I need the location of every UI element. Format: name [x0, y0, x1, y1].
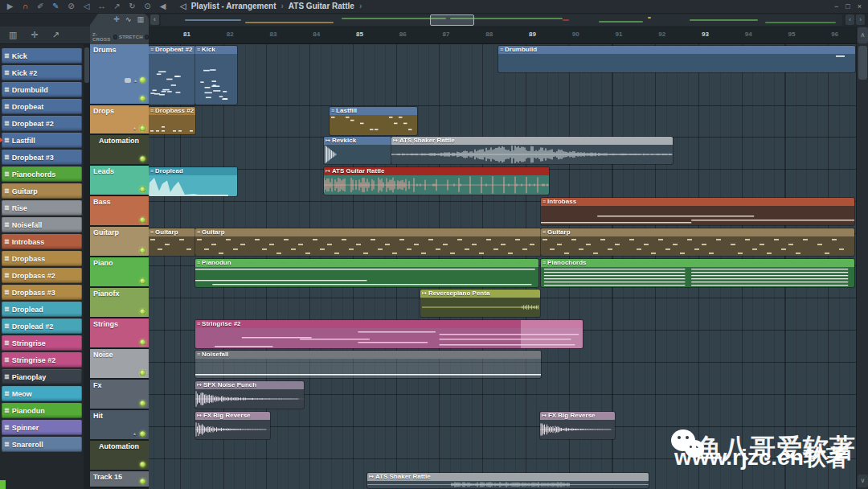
maximize-button[interactable]: □: [845, 0, 850, 13]
track-enable-led[interactable]: [140, 77, 145, 83]
playlist-grid[interactable]: ≡Dropbeat #2≡Kick≡Drumbuild≡Dropbass #2≡…: [149, 44, 856, 489]
track-enable-led[interactable]: [140, 187, 145, 192]
clip-droplead[interactable]: ≡Droplead: [149, 167, 237, 196]
track-header-strings[interactable]: Strings: [90, 318, 149, 349]
minimap-scroll-right[interactable]: ›: [856, 14, 865, 25]
clip-header[interactable]: ↦FX Big Reverse: [540, 412, 615, 420]
snap-magnet-icon[interactable]: ∩: [21, 0, 30, 13]
clip-header[interactable]: ≡Lastfill: [330, 107, 417, 115]
scroll-up-button[interactable]: ∧: [858, 27, 868, 43]
wave-slide-icon[interactable]: ∿: [125, 15, 132, 23]
track-enable-led[interactable]: [140, 309, 145, 314]
clip-header[interactable]: ≡Drumbuild: [498, 46, 855, 54]
clip-lastfill[interactable]: ≡Lastfill: [330, 107, 417, 135]
sidebar-item-stringrise-2[interactable]: ≣Stringrise #2: [2, 352, 82, 368]
clip-header[interactable]: ↦Revkick: [324, 137, 391, 145]
zcross-toggle[interactable]: [113, 35, 117, 39]
clip-guitarp[interactable]: ≡Guitarp: [149, 228, 195, 256]
track-header-fx[interactable]: Fx: [90, 380, 149, 410]
track-header-track-15[interactable]: Track 15: [90, 471, 149, 488]
sidebar-item-rise[interactable]: ≣Rise: [2, 200, 82, 216]
stretch-toggle[interactable]: [145, 35, 149, 39]
sidebar-item-droplead[interactable]: ≣Droplead: [2, 302, 82, 317]
track-header-bass[interactable]: Bass: [90, 196, 149, 227]
clip-fx-big-reverse[interactable]: ↦FX Big Reverse: [540, 412, 615, 439]
track-enable-led[interactable]: [140, 462, 145, 467]
track-icon[interactable]: [125, 78, 131, 83]
clip-header[interactable]: ≡Pianodun: [195, 259, 538, 267]
clip-dropbass-2[interactable]: ≡Dropbass #2: [149, 107, 195, 134]
sidebar-item-kick-2[interactable]: ≣Kick #2: [2, 65, 82, 80]
clip-reversepiano-penta[interactable]: ↦Reversepiano Penta: [420, 290, 540, 317]
track-header-drops[interactable]: Drops▲: [90, 105, 149, 135]
sidebar-item-dropbeat-2[interactable]: ≣Dropbeat #2: [2, 116, 82, 131]
track-enable-led[interactable]: [140, 431, 145, 437]
slide-tool-icon[interactable]: ↗: [113, 0, 121, 13]
minimize-button[interactable]: −: [834, 0, 838, 13]
sidebar-item-pianodun[interactable]: ≣Pianodun: [2, 403, 82, 418]
clip-guitarp[interactable]: ≡Guitarp: [541, 228, 854, 256]
move-tool-icon[interactable]: ✛: [31, 30, 38, 40]
vertical-scroll-thumb[interactable]: [858, 46, 867, 80]
sidebar-item-stringrise[interactable]: ≣Stringrise: [2, 335, 82, 351]
clip-header[interactable]: ≡Noisefall: [195, 351, 541, 359]
clip-header[interactable]: ↦Reversepiano Penta: [420, 290, 540, 298]
clip-sfx-noise-punch[interactable]: ↦SFX Noise Punch: [195, 381, 304, 409]
clip-header[interactable]: ↦ATS Shaker Rattle: [367, 473, 649, 481]
scroll-down-button[interactable]: ∨: [858, 475, 868, 487]
track-header-noise[interactable]: Noise: [90, 349, 149, 380]
sidebar-item-dropbass-2[interactable]: ≣Dropbass #2: [2, 268, 82, 283]
track-header-hit[interactable]: Hit▲: [90, 410, 149, 441]
track-enable-led[interactable]: [140, 125, 145, 131]
mute-tool-icon[interactable]: ◁: [82, 0, 91, 13]
track-header-leads[interactable]: Leads: [90, 166, 149, 196]
playback-marker-icon[interactable]: ↔: [97, 0, 106, 13]
track-enable-led[interactable]: [140, 156, 145, 162]
track-expand-icon[interactable]: ▲: [133, 78, 137, 83]
minimap-scroll-left[interactable]: ‹: [845, 14, 854, 25]
track-expand-icon[interactable]: ▲: [133, 125, 137, 130]
track-header-guitarp[interactable]: Guitarp: [90, 227, 149, 257]
clip-stringrise-2[interactable]: ≡Stringrise #2: [195, 320, 583, 348]
no-snap-icon[interactable]: ⊘: [67, 0, 76, 13]
track-enable-led[interactable]: [140, 278, 145, 284]
clip-header[interactable]: ≡Dropbass #2: [149, 107, 195, 115]
close-button[interactable]: ×: [858, 0, 862, 13]
track-header-automation[interactable]: Automation: [90, 441, 149, 471]
clip-header[interactable]: ≡Guitarp: [541, 228, 854, 236]
clip-revkick[interactable]: ↦Revkick: [324, 137, 391, 164]
clip-dropbeat-2[interactable]: ≡Dropbeat #2: [149, 46, 195, 105]
track-enable-led[interactable]: [140, 339, 145, 345]
sidebar-item-snareroll[interactable]: ≣Snareroll: [2, 437, 82, 452]
sidebar-item-pianoplay[interactable]: ≣Pianoplay: [2, 369, 82, 384]
clip-introbass[interactable]: ≡Introbass: [541, 198, 854, 225]
minimap-back-button[interactable]: ‹: [150, 14, 159, 25]
clip-noisefall[interactable]: ≡Noisefall: [195, 351, 541, 378]
piano-preview-icon[interactable]: ▥: [137, 15, 144, 23]
track-enable-led[interactable]: [140, 248, 145, 253]
track-header-piano[interactable]: Piano: [90, 257, 149, 288]
sidebar-item-spinner[interactable]: ≣Spinner: [2, 420, 82, 435]
track-header-drums[interactable]: Drums▲: [90, 44, 149, 105]
arrangement-minimap[interactable]: [161, 14, 842, 26]
clip-fx-big-reverse[interactable]: ↦FX Big Reverse: [195, 412, 270, 439]
sidebar-item-noisefall[interactable]: ≣Noisefall: [2, 217, 82, 232]
clip-pianochords[interactable]: ≡Pianochords: [541, 259, 854, 287]
clip-ats-shaker-rattle[interactable]: ↦ATS Shaker Rattle: [391, 137, 673, 164]
sidebar-item-dropbeat[interactable]: ≣Dropbeat: [2, 99, 82, 114]
draw-tool-icon[interactable]: ✎: [51, 0, 60, 13]
vertical-scrollbar[interactable]: ∧ ∨: [856, 27, 868, 489]
clip-header[interactable]: ↦FX Big Reverse: [195, 412, 270, 420]
sidebar-item-introbass[interactable]: ≣Introbass: [2, 234, 82, 249]
track-header-pianofx[interactable]: Pianofx: [90, 288, 149, 318]
track-enable-led[interactable]: [140, 96, 145, 101]
clip-header[interactable]: ≡Pianochords: [541, 259, 854, 267]
sidebar-item-lastfill[interactable]: ≣Lastfill: [2, 133, 82, 148]
breadcrumb-view[interactable]: Playlist - Arrangement: [191, 0, 276, 13]
track-enable-led[interactable]: [140, 479, 145, 484]
track-expand-icon[interactable]: ▲: [133, 431, 137, 436]
zero-cross-icon[interactable]: ✛: [113, 15, 120, 23]
clip-ats-shaker-rattle[interactable]: ↦ATS Shaker Rattle: [367, 473, 649, 488]
clip-header[interactable]: ≡Guitarp: [149, 228, 195, 236]
clip-pianodun[interactable]: ≡Pianodun: [195, 259, 538, 287]
